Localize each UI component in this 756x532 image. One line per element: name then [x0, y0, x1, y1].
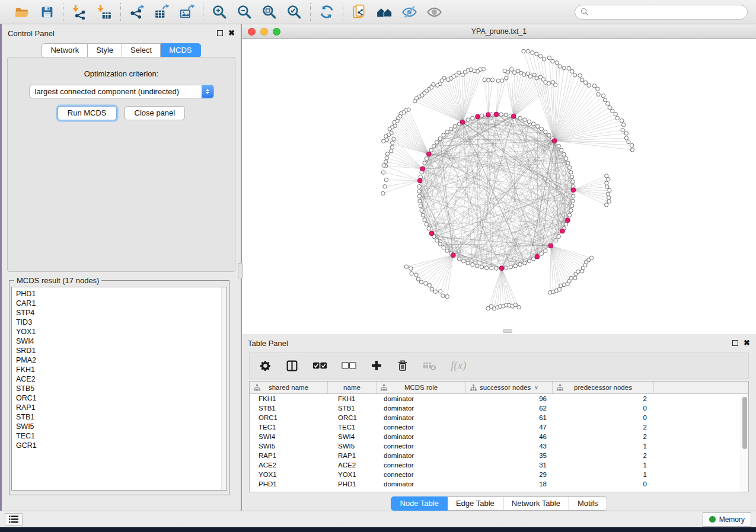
network-graph[interactable] — [242, 39, 756, 334]
table-panel-title: Table Panel — [248, 339, 288, 348]
show-graphics-icon[interactable] — [426, 4, 442, 20]
table-row[interactable]: FKH1FKH1dominator962 — [250, 394, 748, 403]
column-header-predecessor-nodes[interactable]: predecessor nodes — [553, 382, 654, 393]
select-all-icon[interactable] — [312, 357, 327, 374]
search-field[interactable] — [575, 5, 748, 20]
mcds-result-item[interactable]: PMA2 — [16, 355, 227, 365]
table-row[interactable]: RAP1RAP1dominator352 — [250, 451, 748, 460]
float-panel-icon[interactable] — [217, 30, 223, 36]
mcds-result-item[interactable]: TID3 — [16, 318, 227, 327]
delete-table-icon[interactable] — [423, 357, 436, 374]
tab-select[interactable]: Select — [122, 43, 161, 57]
table-row[interactable]: ACE2ACE2connector311 — [250, 460, 748, 470]
table-settings-icon[interactable] — [259, 357, 272, 374]
mcds-result-item[interactable]: STB5 — [16, 384, 227, 393]
export-network-icon[interactable] — [129, 4, 145, 20]
table-row[interactable]: ORC1ORC1dominator610 — [250, 413, 748, 422]
cell-role: connector — [377, 462, 466, 469]
search-input[interactable] — [592, 7, 742, 17]
zoom-out-icon[interactable] — [236, 4, 253, 20]
table-row[interactable]: STB1STB1dominator620 — [250, 403, 748, 413]
column-selector-icon[interactable] — [286, 357, 298, 374]
column-header-successor-nodes[interactable]: successor nodes∨ — [466, 382, 553, 393]
mcds-result-item[interactable]: RAP1 — [16, 403, 227, 412]
tab-mcds[interactable]: MCDS — [161, 43, 200, 57]
table-row[interactable]: YOX1YOX1connector291 — [250, 470, 748, 479]
mcds-result-item[interactable]: ACE2 — [16, 374, 227, 384]
panel-splitter-grip[interactable] — [238, 263, 243, 278]
cell-shared_name: STB1 — [250, 405, 328, 412]
apply-layout-icon[interactable] — [318, 4, 335, 20]
column-header-mcds-role[interactable]: MCDS role — [377, 382, 466, 393]
export-table-icon[interactable] — [154, 4, 170, 20]
run-mcds-button[interactable]: Run MCDS — [58, 106, 117, 120]
table-row[interactable]: SWI4SWI4dominator462 — [250, 432, 748, 441]
table-scrollbar-thumb[interactable] — [742, 397, 747, 449]
mcds-result-item[interactable]: FKH1 — [16, 365, 227, 374]
status-bar: Memory — [0, 511, 756, 527]
mcds-result-item[interactable]: YOX1 — [16, 327, 227, 336]
table-row[interactable]: TEC1TEC1connector472 — [250, 422, 748, 432]
table-row[interactable]: PHD1PHD1dominator180 — [250, 479, 748, 489]
delete-column-icon[interactable] — [397, 357, 409, 374]
export-network-file-icon[interactable] — [351, 4, 368, 20]
zoom-selected-icon[interactable] — [286, 4, 302, 20]
tab-style[interactable]: Style — [88, 43, 122, 57]
window-maximize-icon[interactable] — [273, 28, 280, 36]
tab-edge-table[interactable]: Edge Table — [448, 496, 503, 511]
mcds-result-item[interactable]: SWI4 — [16, 336, 227, 346]
cell-predecessors: 1 — [553, 462, 654, 469]
deselect-all-icon[interactable] — [342, 357, 356, 374]
mcds-result-item[interactable]: PHD1 — [16, 289, 227, 299]
mcds-result-list[interactable]: PHD1CAR1STP4TID3YOX1SWI4SRD1PMA2FKH1ACE2… — [11, 287, 227, 491]
zoom-fit-icon[interactable] — [261, 4, 277, 20]
mcds-result-item[interactable]: SRD1 — [16, 346, 227, 355]
cell-role: connector — [377, 424, 466, 431]
list-scrollbar[interactable] — [221, 287, 227, 490]
add-column-icon[interactable] — [371, 357, 382, 374]
optimization-criterion-select[interactable]: largest connected component (undirected) — [29, 85, 214, 98]
mcds-result-item[interactable]: STB1 — [16, 412, 227, 422]
float-table-panel-icon[interactable] — [732, 340, 738, 346]
mcds-result-item[interactable]: TEC1 — [16, 431, 227, 441]
open-file-icon[interactable] — [14, 4, 30, 20]
task-history-button[interactable] — [5, 513, 23, 526]
close-panel-icon[interactable]: ✖ — [228, 30, 235, 36]
hide-graphics-icon[interactable] — [401, 4, 417, 20]
import-table-icon[interactable] — [96, 4, 113, 20]
network-overview-icon[interactable] — [376, 4, 393, 20]
tab-node-table[interactable]: Node Table — [391, 496, 448, 511]
close-panel-button[interactable]: Close panel — [125, 106, 186, 120]
network-canvas[interactable] — [242, 39, 756, 334]
import-network-icon[interactable] — [71, 4, 88, 20]
column-header-shared-name[interactable]: shared name — [250, 382, 328, 393]
memory-button[interactable]: Memory — [703, 512, 751, 527]
mcds-result-item[interactable]: ORC1 — [16, 393, 227, 403]
cell-name: YOX1 — [328, 471, 377, 478]
function-builder-icon[interactable]: f(x) — [451, 357, 466, 374]
mcds-result-item[interactable]: SWI5 — [16, 422, 227, 431]
cell-predecessors: 2 — [553, 452, 654, 459]
column-header-name[interactable]: name — [328, 382, 377, 393]
cell-role: dominator — [377, 480, 466, 488]
mcds-result-item[interactable]: STP4 — [16, 308, 227, 318]
mcds-result-item[interactable]: CAR1 — [16, 299, 227, 308]
network-window-titlebar[interactable]: YPA_prune.txt_1 — [242, 24, 756, 39]
tab-network[interactable]: Network — [42, 43, 88, 57]
close-table-panel-icon[interactable]: ✖ — [744, 340, 750, 346]
canvas-splitter-grip[interactable] — [503, 329, 512, 333]
save-session-icon[interactable] — [39, 4, 55, 20]
window-close-icon[interactable] — [248, 28, 256, 36]
zoom-in-icon[interactable] — [211, 4, 228, 20]
window-minimize-icon[interactable] — [260, 28, 268, 36]
cell-shared_name: YOX1 — [250, 471, 328, 478]
table-scrollbar[interactable] — [741, 395, 748, 492]
mcds-result-title: MCDS result (17 nodes) — [14, 276, 101, 285]
mcds-result-item[interactable]: GCR1 — [16, 441, 227, 450]
cell-name: PHD1 — [328, 480, 377, 488]
export-image-icon[interactable] — [178, 4, 195, 20]
select-stepper-icon — [202, 85, 213, 98]
tab-motifs[interactable]: Motifs — [569, 496, 607, 511]
table-row[interactable]: SWI5SWI5connector431 — [250, 441, 748, 451]
tab-network-table[interactable]: Network Table — [503, 496, 569, 511]
